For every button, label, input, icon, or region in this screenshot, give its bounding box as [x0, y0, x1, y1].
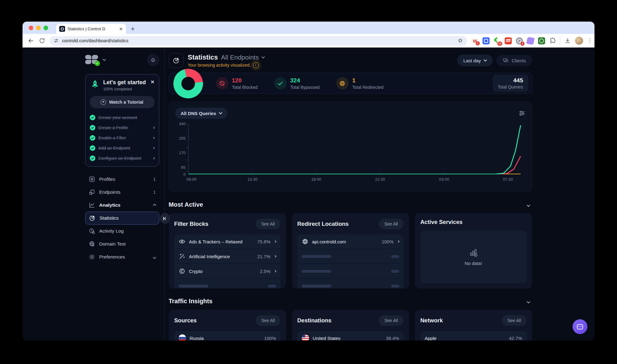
chevron-right-icon — [274, 270, 276, 272]
most-active-collapse-button[interactable] — [527, 202, 530, 208]
task-configure-endpoint[interactable]: Configure an Endpoint — [90, 153, 155, 163]
skeleton-row — [297, 279, 404, 288]
coin-icon — [179, 268, 185, 275]
us-flag-icon — [302, 334, 309, 341]
back-icon[interactable] — [27, 37, 34, 44]
sidebar-item-domain-test[interactable]: Domain Test — [85, 238, 159, 250]
task-add-endpoint[interactable]: Add an Endpoint — [90, 143, 155, 153]
profiles-icon — [89, 176, 95, 183]
controld-app: ✓ Let' — [23, 48, 594, 341]
filter-row-crypto[interactable]: Crypto 2.5% — [174, 264, 280, 278]
filter-row-ai[interactable]: Artificial Intelligence 21.7% — [174, 249, 280, 263]
page-title: Statistics — [188, 53, 218, 61]
scope-chevron-down-icon[interactable] — [261, 55, 265, 58]
check-icon — [90, 135, 95, 141]
clients-button[interactable]: Clients — [496, 55, 532, 66]
sidebar-collapse-button[interactable] — [160, 213, 170, 224]
y-tick: 0 — [175, 172, 186, 176]
skeleton-row — [297, 264, 404, 278]
sidebar-item-profiles[interactable]: Profiles 1 — [85, 173, 159, 186]
chart-filters-icon[interactable] — [518, 110, 526, 117]
traffic-lights — [29, 22, 48, 34]
check-icon — [90, 155, 95, 161]
sidebar-item-analytics[interactable]: Analytics — [85, 199, 159, 212]
account-chevron-down-icon[interactable] — [102, 57, 106, 61]
filter-row-ads-trackers[interactable]: Ads & Trackers – Relaxed 75.8% — [174, 234, 280, 249]
browser-tab[interactable]: Statistics | Control D ✕ — [56, 24, 126, 34]
account-status-check-icon: ✓ — [95, 61, 100, 66]
redirect-locations-see-all-button[interactable]: See All — [379, 219, 404, 229]
task-create-account[interactable]: Create your account — [90, 112, 155, 122]
sidebar-item-preferences[interactable]: Preferences — [85, 250, 159, 263]
check-icon — [90, 115, 95, 120]
traffic-insights-heading: Traffic Insights — [169, 298, 532, 305]
new-tab-button[interactable]: + — [131, 24, 135, 34]
chat-widget-button[interactable] — [573, 319, 587, 334]
play-icon — [101, 99, 106, 105]
traffic-insights-collapse-button[interactable] — [527, 299, 530, 304]
sidebar-item-statistics[interactable]: Statistics — [85, 212, 159, 225]
notifications-button[interactable] — [147, 54, 159, 66]
totals-donut — [173, 69, 203, 98]
blocked-value: 120 — [232, 77, 258, 84]
chevron-right-icon — [397, 240, 399, 243]
reload-icon[interactable] — [39, 37, 45, 44]
sources-see-all-button[interactable]: See All — [256, 315, 280, 326]
extensions-puzzle-icon[interactable] — [549, 37, 556, 44]
destinations-see-all-button[interactable]: See All — [379, 315, 404, 326]
downloads-icon[interactable] — [564, 37, 571, 44]
url-text[interactable]: controld.com/dashboard/statistics — [62, 38, 454, 43]
endpoints-count-badge: 1 — [153, 190, 156, 195]
redirect-row-api-controld[interactable]: api.controld.com 100% — [297, 234, 404, 249]
redirect-locations-card: Redirect Locations See All api.controld.… — [292, 213, 409, 288]
network-row-apple[interactable]: Apple 42.7% — [420, 331, 527, 341]
sidebar-nav: Profiles 1 Endpoints 1 Analytics — [85, 173, 159, 263]
minimize-window-button[interactable] — [36, 26, 41, 30]
check-icon — [90, 125, 95, 130]
most-active-heading: Most Active — [169, 201, 532, 208]
password-extension-icon[interactable] — [482, 37, 490, 44]
chevron-right-icon — [152, 136, 155, 139]
capture-extension-icon[interactable] — [538, 37, 545, 44]
task-enable-filter[interactable]: Enable a Filter — [90, 133, 155, 143]
statistics-pie-icon — [89, 215, 96, 221]
tab-close-icon[interactable]: ✕ — [119, 27, 123, 31]
network-see-all-button[interactable]: See All — [502, 315, 527, 326]
dns-queries-dropdown[interactable]: All DNS Queries — [175, 108, 227, 119]
tab-strip: Statistics | Control D ✕ + — [23, 22, 594, 34]
source-row-russia[interactable]: Russia 100% — [174, 331, 280, 341]
gmail-badge: 1 — [475, 41, 480, 46]
no-data-panel: No data! — [420, 231, 527, 283]
task-create-profile[interactable]: Create a Profile — [90, 122, 155, 133]
stat-bypassed: 324 Total Bypassed — [274, 77, 320, 90]
watch-tutorial-button[interactable]: Watch a Tutorial — [90, 96, 155, 108]
gmail-extension-icon[interactable]: M 1 — [471, 37, 478, 44]
sidebar: ✓ Let' — [85, 48, 165, 341]
bookmark-star-icon[interactable] — [457, 38, 463, 44]
sidebar-item-activity-log[interactable]: Activity Log — [85, 225, 159, 238]
browser-toolbar: controld.com/dashboard/statistics M 1 12 — [23, 34, 594, 48]
todoist-extension-icon[interactable] — [505, 37, 512, 44]
site-info-icon[interactable] — [53, 38, 59, 43]
coupon-extension-icon[interactable]: 12 — [494, 37, 501, 44]
close-window-button[interactable] — [29, 26, 33, 30]
devices-icon — [503, 57, 509, 64]
filter-blocks-see-all-button[interactable]: See All — [256, 219, 280, 229]
controld-favicon — [59, 26, 65, 32]
onboarding-close-icon[interactable]: ✕ — [151, 79, 155, 85]
chat-bot-icon — [577, 324, 583, 329]
time-range-button[interactable]: Last day — [457, 55, 493, 66]
url-bar[interactable]: controld.com/dashboard/statistics — [50, 36, 467, 46]
sidebar-item-endpoints[interactable]: Endpoints 1 — [85, 186, 159, 199]
endpoint-scope-selector[interactable]: All Endpoints — [221, 54, 259, 61]
browser-menu-icon[interactable]: ⋮ — [587, 40, 590, 42]
destination-row-united-states[interactable]: United States 39.4% — [297, 331, 404, 341]
account-logo[interactable]: ✓ — [85, 55, 99, 65]
profile-avatar[interactable] — [575, 37, 583, 45]
redirected-globe-icon — [336, 77, 349, 89]
blocker-extension-icon[interactable]: x — [516, 37, 523, 44]
zoom-window-button[interactable] — [43, 26, 48, 30]
y-tick: 255 — [175, 136, 186, 141]
info-icon[interactable]: i — [253, 63, 259, 68]
purple-extension-icon[interactable] — [526, 37, 535, 45]
